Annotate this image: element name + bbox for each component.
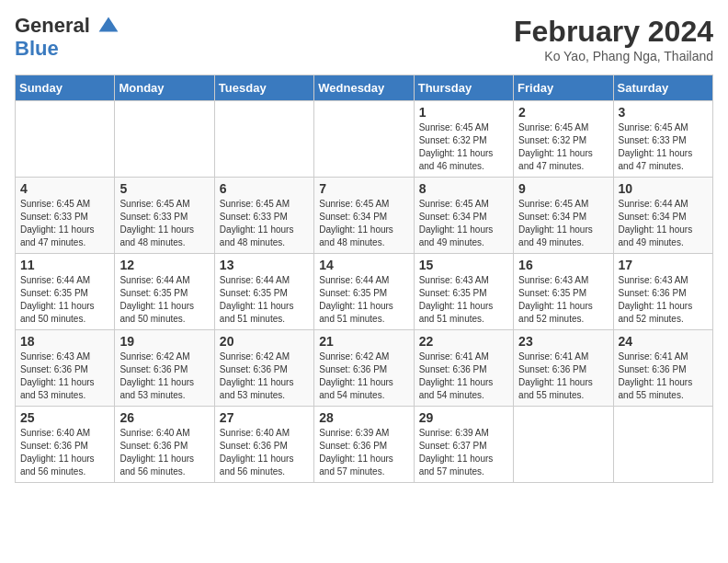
day-number: 7 (319, 181, 408, 196)
calendar-cell: 11Sunrise: 6:44 AM Sunset: 6:35 PM Dayli… (16, 254, 115, 330)
calendar-cell: 27Sunrise: 6:40 AM Sunset: 6:36 PM Dayli… (214, 407, 313, 483)
day-info: Sunrise: 6:44 AM Sunset: 6:35 PM Dayligh… (220, 274, 309, 326)
calendar-cell (16, 101, 115, 178)
day-of-week-header: Tuesday (214, 75, 313, 101)
calendar-cell: 23Sunrise: 6:41 AM Sunset: 6:36 PM Dayli… (514, 330, 613, 407)
calendar-cell (314, 101, 414, 178)
day-number: 2 (518, 105, 608, 120)
calendar-cell: 29Sunrise: 6:39 AM Sunset: 6:37 PM Dayli… (414, 407, 513, 483)
title-block: February 2024 Ko Yao, Phang Nga, Thailan… (514, 15, 713, 63)
day-number: 12 (119, 258, 209, 272)
calendar-table: SundayMondayTuesdayWednesdayThursdayFrid… (15, 75, 713, 483)
day-info: Sunrise: 6:41 AM Sunset: 6:36 PM Dayligh… (518, 350, 608, 402)
calendar-cell: 14Sunrise: 6:44 AM Sunset: 6:35 PM Dayli… (314, 254, 414, 330)
calendar-cell: 1Sunrise: 6:45 AM Sunset: 6:32 PM Daylig… (414, 101, 513, 178)
day-of-week-header: Friday (514, 75, 613, 101)
page-header: General Blue February 2024 Ko Yao, Phang… (15, 15, 713, 63)
day-info: Sunrise: 6:43 AM Sunset: 6:36 PM Dayligh… (20, 350, 109, 402)
calendar-cell: 10Sunrise: 6:44 AM Sunset: 6:34 PM Dayli… (613, 178, 712, 254)
day-number: 24 (619, 334, 708, 349)
calendar-cell (214, 101, 313, 178)
calendar-week-row: 1Sunrise: 6:45 AM Sunset: 6:32 PM Daylig… (16, 101, 713, 178)
calendar-cell: 13Sunrise: 6:44 AM Sunset: 6:35 PM Dayli… (214, 254, 313, 330)
day-info: Sunrise: 6:43 AM Sunset: 6:35 PM Dayligh… (518, 274, 608, 326)
day-number: 18 (20, 334, 109, 349)
day-number: 21 (319, 334, 408, 349)
day-number: 14 (319, 258, 408, 272)
day-info: Sunrise: 6:42 AM Sunset: 6:36 PM Dayligh… (319, 350, 408, 402)
svg-marker-0 (99, 17, 119, 32)
calendar-cell: 24Sunrise: 6:41 AM Sunset: 6:36 PM Dayli… (613, 330, 712, 407)
calendar-cell: 21Sunrise: 6:42 AM Sunset: 6:36 PM Dayli… (314, 330, 414, 407)
day-info: Sunrise: 6:45 AM Sunset: 6:34 PM Dayligh… (518, 198, 608, 249)
calendar-title: February 2024 (514, 15, 713, 49)
day-info: Sunrise: 6:40 AM Sunset: 6:36 PM Dayligh… (20, 427, 109, 478)
day-number: 25 (20, 410, 109, 425)
day-number: 3 (619, 105, 708, 120)
day-info: Sunrise: 6:39 AM Sunset: 6:37 PM Dayligh… (419, 427, 508, 478)
calendar-week-row: 18Sunrise: 6:43 AM Sunset: 6:36 PM Dayli… (16, 330, 713, 407)
day-info: Sunrise: 6:44 AM Sunset: 6:35 PM Dayligh… (119, 274, 209, 326)
day-number: 27 (220, 410, 309, 425)
day-info: Sunrise: 6:45 AM Sunset: 6:34 PM Dayligh… (419, 198, 508, 249)
calendar-week-row: 4Sunrise: 6:45 AM Sunset: 6:33 PM Daylig… (16, 178, 713, 254)
day-info: Sunrise: 6:44 AM Sunset: 6:35 PM Dayligh… (319, 274, 408, 326)
day-of-week-header: Sunday (16, 75, 115, 101)
day-number: 29 (419, 410, 508, 425)
day-number: 6 (220, 181, 309, 196)
calendar-cell: 17Sunrise: 6:43 AM Sunset: 6:36 PM Dayli… (613, 254, 712, 330)
calendar-cell: 22Sunrise: 6:41 AM Sunset: 6:36 PM Dayli… (414, 330, 513, 407)
calendar-cell: 5Sunrise: 6:45 AM Sunset: 6:33 PM Daylig… (115, 178, 214, 254)
day-info: Sunrise: 6:41 AM Sunset: 6:36 PM Dayligh… (419, 350, 508, 402)
calendar-cell: 15Sunrise: 6:43 AM Sunset: 6:35 PM Dayli… (414, 254, 513, 330)
day-info: Sunrise: 6:45 AM Sunset: 6:33 PM Dayligh… (20, 198, 109, 249)
day-info: Sunrise: 6:40 AM Sunset: 6:36 PM Dayligh… (220, 427, 309, 478)
calendar-cell: 3Sunrise: 6:45 AM Sunset: 6:33 PM Daylig… (613, 101, 712, 178)
day-info: Sunrise: 6:39 AM Sunset: 6:36 PM Dayligh… (319, 427, 408, 478)
calendar-cell: 2Sunrise: 6:45 AM Sunset: 6:32 PM Daylig… (514, 101, 613, 178)
logo: General Blue (15, 15, 119, 60)
calendar-cell: 26Sunrise: 6:40 AM Sunset: 6:36 PM Dayli… (115, 407, 214, 483)
day-number: 16 (518, 258, 608, 272)
day-info: Sunrise: 6:42 AM Sunset: 6:36 PM Dayligh… (119, 350, 209, 402)
day-info: Sunrise: 6:40 AM Sunset: 6:36 PM Dayligh… (119, 427, 209, 478)
day-number: 19 (119, 334, 209, 349)
day-info: Sunrise: 6:44 AM Sunset: 6:34 PM Dayligh… (619, 198, 708, 249)
logo-line1: General (15, 14, 90, 37)
calendar-subtitle: Ko Yao, Phang Nga, Thailand (514, 49, 713, 63)
day-info: Sunrise: 6:43 AM Sunset: 6:36 PM Dayligh… (619, 274, 708, 326)
logo-line2: Blue (15, 37, 59, 60)
calendar-cell: 19Sunrise: 6:42 AM Sunset: 6:36 PM Dayli… (115, 330, 214, 407)
calendar-week-row: 11Sunrise: 6:44 AM Sunset: 6:35 PM Dayli… (16, 254, 713, 330)
calendar-cell (115, 101, 214, 178)
day-of-week-header: Thursday (414, 75, 513, 101)
day-info: Sunrise: 6:43 AM Sunset: 6:35 PM Dayligh… (419, 274, 508, 326)
day-info: Sunrise: 6:44 AM Sunset: 6:35 PM Dayligh… (20, 274, 109, 326)
calendar-cell: 6Sunrise: 6:45 AM Sunset: 6:33 PM Daylig… (214, 178, 313, 254)
day-number: 28 (319, 410, 408, 425)
day-number: 1 (419, 105, 508, 120)
day-info: Sunrise: 6:45 AM Sunset: 6:32 PM Dayligh… (518, 121, 608, 173)
day-info: Sunrise: 6:45 AM Sunset: 6:33 PM Dayligh… (619, 121, 708, 173)
calendar-cell: 25Sunrise: 6:40 AM Sunset: 6:36 PM Dayli… (16, 407, 115, 483)
day-number: 15 (419, 258, 508, 272)
day-info: Sunrise: 6:41 AM Sunset: 6:36 PM Dayligh… (619, 350, 708, 402)
day-number: 9 (518, 181, 608, 196)
day-number: 5 (119, 181, 209, 196)
day-number: 10 (619, 181, 708, 196)
calendar-cell (613, 407, 712, 483)
day-number: 13 (220, 258, 309, 272)
calendar-cell: 20Sunrise: 6:42 AM Sunset: 6:36 PM Dayli… (214, 330, 313, 407)
day-number: 26 (119, 410, 209, 425)
calendar-cell: 9Sunrise: 6:45 AM Sunset: 6:34 PM Daylig… (514, 178, 613, 254)
calendar-cell (514, 407, 613, 483)
day-number: 17 (619, 258, 708, 272)
day-number: 20 (220, 334, 309, 349)
day-info: Sunrise: 6:45 AM Sunset: 6:32 PM Dayligh… (419, 121, 508, 173)
day-number: 8 (419, 181, 508, 196)
calendar-cell: 18Sunrise: 6:43 AM Sunset: 6:36 PM Dayli… (16, 330, 115, 407)
day-info: Sunrise: 6:45 AM Sunset: 6:34 PM Dayligh… (319, 198, 408, 249)
calendar-cell: 7Sunrise: 6:45 AM Sunset: 6:34 PM Daylig… (314, 178, 414, 254)
day-number: 22 (419, 334, 508, 349)
day-of-week-header: Saturday (613, 75, 712, 101)
